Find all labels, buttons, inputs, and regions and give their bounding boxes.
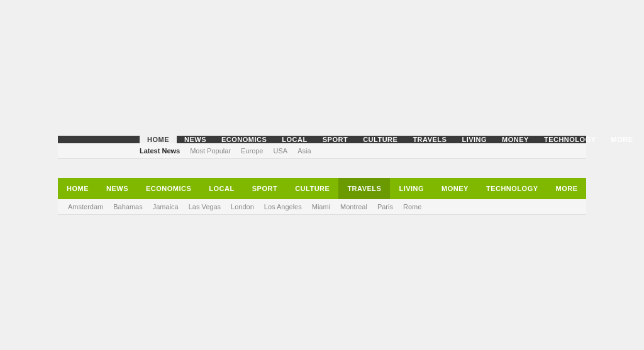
green-nav-item-news[interactable]: NEWS — [97, 178, 137, 199]
green-nav-wrapper: HOMENEWSECONOMICSLOCALSPORTCULTURETRAVEL… — [58, 178, 586, 215]
dark-nav-item-culture[interactable]: CULTURE — [355, 136, 405, 143]
dark-nav-item-local[interactable]: LOCAL — [274, 136, 314, 143]
dark-nav-item-news[interactable]: NEWS — [177, 136, 214, 143]
dark-nav-items: HOMENEWSECONOMICSLOCALSPORTCULTURETRAVEL… — [140, 136, 641, 143]
green-nav-items: HOMENEWSECONOMICSLOCALSPORTCULTURETRAVEL… — [58, 178, 586, 199]
green-subnav-item-london[interactable]: London — [231, 203, 254, 211]
green-subnav-item-bahamas[interactable]: Bahamas — [113, 203, 142, 211]
dark-subnav-item-usa[interactable]: USA — [274, 147, 288, 155]
green-nav-item-money[interactable]: MONEY — [433, 178, 477, 199]
green-subnav-item-los-angeles[interactable]: Los Angeles — [264, 203, 302, 211]
green-nav-item-home[interactable]: HOME — [58, 178, 97, 199]
green-subnav: AmsterdamBahamasJamaicaLas VegasLondonLo… — [58, 199, 586, 215]
green-nav-item-living[interactable]: LIVING — [390, 178, 433, 199]
green-subnav-item-rome[interactable]: Rome — [403, 203, 421, 211]
green-subnav-item-amsterdam[interactable]: Amsterdam — [68, 203, 103, 211]
green-nav-bar: HOMENEWSECONOMICSLOCALSPORTCULTURETRAVEL… — [58, 178, 586, 199]
dark-subnav-item-europe[interactable]: Europe — [241, 147, 263, 155]
green-subnav-item-paris[interactable]: Paris — [377, 203, 393, 211]
dark-nav-item-money[interactable]: MONEY — [494, 136, 536, 143]
green-nav-item-technology[interactable]: TECHNOLOGY — [477, 178, 547, 199]
dark-subnav-item-latest-news[interactable]: Latest News — [140, 147, 180, 155]
dark-nav-item-home[interactable]: HOME — [140, 136, 177, 143]
green-subnav-item-jamaica[interactable]: Jamaica — [153, 203, 179, 211]
dark-nav-item-economics[interactable]: ECONOMICS — [214, 136, 274, 143]
dark-subnav-item-asia[interactable]: Asia — [297, 147, 311, 155]
green-subnav-item-las-vegas[interactable]: Las Vegas — [189, 203, 221, 211]
green-nav-item-sport[interactable]: SPORT — [243, 178, 286, 199]
dark-nav-item-technology[interactable]: TECHNOLOGY — [536, 136, 604, 143]
dark-nav-item-sport[interactable]: SPORT — [315, 136, 355, 143]
dark-subnav: Latest NewsMost PopularEuropeUSAAsia — [58, 143, 586, 159]
dark-nav-wrapper: HOMENEWSECONOMICSLOCALSPORTCULTURETRAVEL… — [58, 136, 586, 159]
dark-nav-bar: HOMENEWSECONOMICSLOCALSPORTCULTURETRAVEL… — [58, 136, 586, 143]
green-nav-item-more[interactable]: MORE — [547, 178, 587, 199]
dark-nav-item-travels[interactable]: TRAVELS — [405, 136, 454, 143]
dark-nav-item-living[interactable]: LIVING — [454, 136, 494, 143]
dark-subnav-item-most-popular[interactable]: Most Popular — [190, 147, 231, 155]
green-nav-item-local[interactable]: LOCAL — [200, 178, 243, 199]
green-nav-item-economics[interactable]: ECONOMICS — [137, 178, 200, 199]
green-nav-item-culture[interactable]: CULTURE — [286, 178, 338, 199]
green-subnav-item-montreal[interactable]: Montreal — [340, 203, 367, 211]
green-nav-item-travels[interactable]: TRAVELS — [338, 178, 390, 199]
green-subnav-item-miami[interactable]: Miami — [312, 203, 330, 211]
dark-logo-area — [58, 136, 140, 143]
dark-nav-item-more[interactable]: MORE — [604, 136, 641, 143]
